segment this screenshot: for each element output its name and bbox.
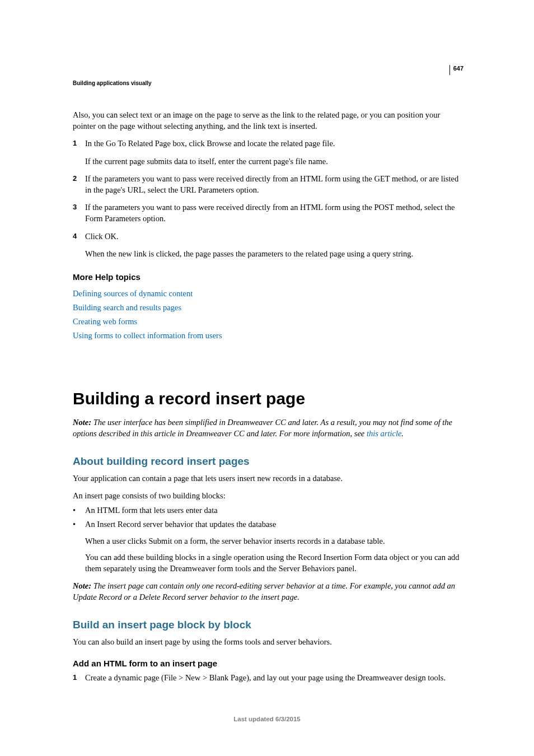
build-paragraph: You can also build an insert page by usi…: [73, 637, 462, 648]
step-number: 1: [73, 138, 85, 167]
step-item: 1 Create a dynamic page (File > New > Bl…: [73, 673, 462, 684]
note-label: Note:: [73, 418, 93, 427]
step-body: Create a dynamic page (File > New > Blan…: [85, 673, 462, 684]
note-text: The insert page can contain only one rec…: [73, 581, 455, 601]
bullet-mark: •: [73, 505, 85, 516]
about-paragraph: Your application can contain a page that…: [73, 473, 462, 484]
page-number: 647: [453, 65, 463, 72]
note-text-after: .: [401, 429, 404, 438]
step-body: If the parameters you want to pass were …: [85, 202, 462, 224]
bullet-body: An Insert Record server behavior that up…: [85, 519, 462, 574]
bullet-item: • An HTML form that lets users enter dat…: [73, 505, 462, 516]
about-heading: About building record insert pages: [73, 455, 462, 468]
bullet-mark: •: [73, 519, 85, 574]
add-html-heading: Add an HTML form to an insert page: [73, 659, 462, 668]
footer-updated: Last updated 6/3/2015: [0, 716, 534, 722]
more-help-heading: More Help topics: [73, 272, 462, 282]
step-subtext: If the current page submits data to itse…: [85, 156, 462, 167]
step-number: 1: [73, 673, 85, 684]
step-body: Click OK. When the new link is clicked, …: [85, 231, 462, 260]
page-number-container: 647: [449, 65, 463, 75]
step-item: 1 In the Go To Related Page box, click B…: [73, 138, 462, 167]
bullet-text: An Insert Record server behavior that up…: [85, 520, 276, 529]
page-title: Building a record insert page: [73, 389, 462, 408]
help-link[interactable]: Using forms to collect information from …: [73, 329, 462, 342]
step-body: In the Go To Related Page box, click Bro…: [85, 138, 462, 167]
step-number: 4: [73, 231, 85, 260]
help-link[interactable]: Building search and results pages: [73, 301, 462, 314]
main-note: Note: The user interface has been simpli…: [73, 417, 462, 439]
intro-paragraph: Also, you can select text or an image on…: [73, 110, 462, 132]
bullet-subtext: When a user clicks Submit on a form, the…: [85, 536, 462, 547]
bullet-item: • An Insert Record server behavior that …: [73, 519, 462, 574]
step-number: 3: [73, 202, 85, 224]
step-body: If the parameters you want to pass were …: [85, 174, 462, 195]
step-subtext: When the new link is clicked, the page p…: [85, 249, 462, 260]
help-link[interactable]: Creating web forms: [73, 315, 462, 328]
step-item: 4 Click OK. When the new link is clicked…: [73, 231, 462, 260]
note-label: Note:: [73, 581, 93, 590]
insert-note: Note: The insert page can contain only o…: [73, 581, 462, 603]
note-link[interactable]: this article: [367, 429, 401, 438]
step-item: 2 If the parameters you want to pass wer…: [73, 174, 462, 195]
step-number: 2: [73, 174, 85, 195]
main-content: Also, you can select text or an image on…: [73, 110, 462, 684]
bullet-subtext: You can add these building blocks in a s…: [85, 552, 462, 574]
help-link[interactable]: Defining sources of dynamic content: [73, 287, 462, 300]
build-heading: Build an insert page block by block: [73, 619, 462, 631]
about-paragraph: An insert page consists of two building …: [73, 491, 462, 502]
step-text: Click OK.: [85, 232, 119, 241]
bullet-text: An HTML form that lets users enter data: [85, 505, 218, 516]
section-header: Building applications visually: [73, 80, 152, 86]
step-text: In the Go To Related Page box, click Bro…: [85, 139, 335, 148]
step-item: 3 If the parameters you want to pass wer…: [73, 202, 462, 224]
